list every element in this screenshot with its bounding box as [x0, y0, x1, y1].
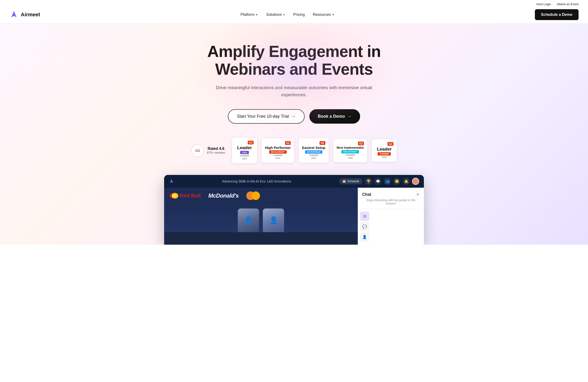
preview-logo [169, 179, 174, 184]
badges-row: G2 Rated 4.6 675+ reviews G2 Leader Asia… [9, 138, 579, 163]
badge-most-implementable: G2 Most Implementable Mid-Market SUMMER2… [334, 139, 367, 162]
preview-session-title: Advancing Skills in the AI Era: L&D Inno… [178, 180, 335, 183]
badge-title: Leader [377, 147, 392, 151]
speaker-avatar-2: 👤 [263, 208, 284, 232]
chevron-down-icon: ▼ [255, 13, 258, 16]
g2-badge-icon: G2 [319, 141, 325, 145]
badge-title: Most Implementable [337, 146, 364, 149]
preview-speakers: 👤 👤 [164, 204, 358, 232]
preview-schedule-button[interactable]: 📅 Schedule [339, 178, 362, 184]
speaker-avatar-1: 👤 [238, 208, 259, 232]
badge-leader-asia: G2 Leader Asia SUMMER2024 [232, 138, 257, 163]
redbull-logo-icon: RB [170, 193, 178, 199]
chat-icon-btn[interactable]: 💬 [374, 178, 381, 185]
chat-title: Chat [362, 192, 371, 197]
g2-text: Rated 4.6 675+ reviews [207, 147, 225, 154]
sidebar-tool-icons: ⊞ 💬 👤 [358, 209, 424, 245]
hero-subtitle: Drive meaningful interactions and measur… [214, 84, 374, 99]
main-nav: Airmeet Platform ▼ Solutions ▼ Pricing R… [0, 7, 588, 24]
mastercard-circle-yellow [252, 191, 260, 200]
chat-bubble-icon-btn[interactable]: 💬 [360, 222, 369, 231]
badge-category: Enterprise [305, 150, 323, 154]
nav-resources[interactable]: Resources ▼ [310, 11, 338, 19]
schedule-demo-button[interactable]: Schedule a Demo [535, 9, 579, 20]
chevron-down-icon: ▼ [283, 13, 285, 16]
g2-rating: G2 Rated 4.6 675+ reviews [191, 144, 225, 157]
mcdonalds-text: McDonald's [208, 192, 239, 199]
attend-event-link[interactable]: Attend an Event [557, 2, 579, 6]
preview-main-content: RB Red Bull McDonald's [164, 188, 358, 245]
preview-body: RB Red Bull McDonald's [164, 188, 424, 245]
badge-title: Easiest Setup [302, 146, 325, 149]
hero-title: Amplify Engagement in Webinars and Event… [192, 43, 396, 78]
preview-icons: 📅 Schedule 🏆 💬 👥 😊 🔔 [339, 178, 419, 185]
badge-season: SUMMER2024 [345, 154, 355, 159]
top-bar: Host Login Attend an Event [0, 0, 588, 7]
product-preview: Advancing Skills in the AI Era: L&D Inno… [164, 175, 424, 245]
arrow-icon: → [291, 114, 296, 119]
preview-window: Advancing Skills in the AI Era: L&D Inno… [164, 175, 424, 245]
redbull-text: Red Bull [180, 193, 201, 199]
grid-icon-btn[interactable]: ⊞ [360, 212, 369, 221]
badge-season: SUMMER2024 [273, 154, 283, 159]
person-icon-btn[interactable]: 👤 [360, 232, 369, 242]
host-login-link[interactable]: Host Login [536, 2, 551, 6]
chat-subtitle: Enjoy interacting with the people in thi… [358, 199, 424, 209]
g2-reviews-count: 675+ reviews [207, 151, 225, 154]
logo-link[interactable]: Airmeet [9, 10, 40, 19]
bell-icon-btn[interactable]: 🔔 [403, 178, 410, 185]
speaker-thumb-2: 👤 [263, 208, 284, 232]
g2-badge-icon: G2 [248, 141, 254, 144]
logo-text: Airmeet [21, 12, 40, 18]
emoji-icon-btn[interactable]: 😊 [393, 178, 400, 185]
nav-links: Platform ▼ Solutions ▼ Pricing Resources… [237, 11, 338, 19]
airmeet-logo-icon [9, 10, 19, 19]
airmeet-small-logo-icon [169, 179, 174, 184]
trophy-icon-btn[interactable]: 🏆 [365, 178, 372, 185]
badge-category: Mid-Market [341, 150, 359, 153]
badge-leader-summer: G2 Leader SUMMER 2024 [372, 139, 397, 162]
book-demo-button[interactable]: Book a Demo → [309, 109, 360, 124]
badge-category: SUMMER [378, 152, 391, 156]
nav-pricing[interactable]: Pricing [290, 11, 308, 19]
svg-text:RB: RB [172, 195, 176, 197]
g2-badge-icon: G2 [285, 141, 291, 145]
chat-header: Chat ✕ [358, 188, 424, 199]
preview-sponsors: RB Red Bull McDonald's [164, 188, 358, 204]
preview-chat-sidebar: Chat ✕ Enjoy interacting with the people… [358, 188, 424, 245]
badge-easiest-setup: G2 Easiest Setup Enterprise SUMMER2024 [299, 138, 329, 162]
mcdonalds-sponsor: McDonald's [208, 192, 239, 199]
chevron-down-icon: ▼ [332, 13, 334, 16]
badge-category: Mid-Market [269, 150, 287, 154]
mastercard-sponsor [246, 191, 260, 200]
nav-platform[interactable]: Platform ▼ [237, 11, 261, 19]
arrow-icon: → [347, 114, 352, 119]
badge-high-performer: G2 High Performer Mid-Market SUMMER2024 [262, 138, 294, 162]
people-icon-btn[interactable]: 👥 [384, 178, 391, 185]
close-icon[interactable]: ✕ [416, 192, 420, 197]
free-trial-button[interactable]: Start Your Free 10-day Trial → [228, 109, 304, 124]
badge-title: High Performer [265, 146, 291, 149]
badge-season: 2024 [382, 156, 387, 159]
badge-season: SUMMER2024 [240, 155, 249, 160]
redbull-sponsor: RB Red Bull [170, 193, 201, 199]
hero-section: Amplify Engagement in Webinars and Event… [0, 24, 588, 245]
calendar-icon: 📅 [342, 180, 346, 183]
badge-season: SUMMER2024 [309, 154, 318, 159]
speaker-thumb-1: 👤 [238, 208, 259, 232]
g2-rating-value: Rated 4.6 [207, 147, 225, 151]
g2-badge-icon: G2 [358, 142, 364, 145]
badge-category: Asia [240, 151, 249, 154]
nav-solutions[interactable]: Solutions ▼ [263, 11, 289, 19]
badge-title: Leader [237, 145, 252, 150]
g2-badge-icon: G2 [388, 142, 393, 146]
preview-topbar: Advancing Skills in the AI Era: L&D Inno… [164, 175, 424, 188]
hero-buttons: Start Your Free 10-day Trial → Book a De… [9, 109, 579, 124]
user-avatar [412, 178, 419, 185]
g2-circle: G2 [191, 144, 204, 157]
